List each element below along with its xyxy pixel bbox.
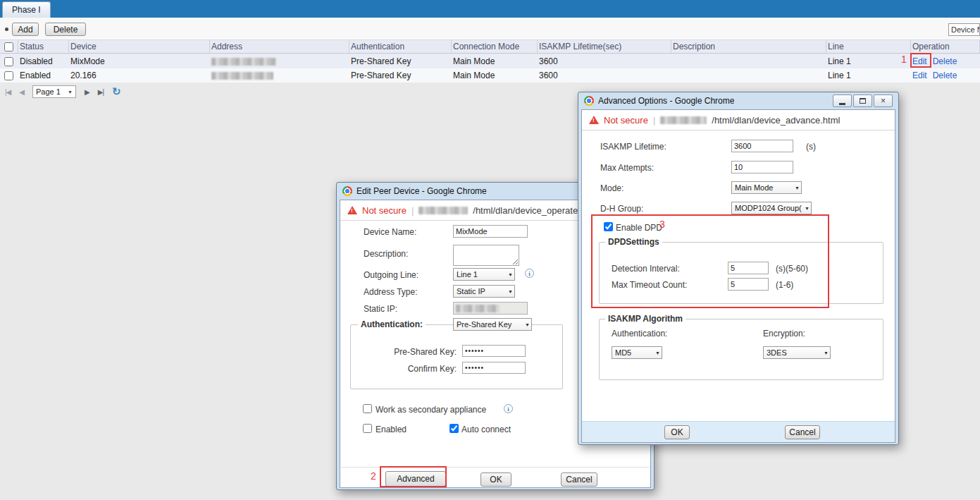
ok-button[interactable]: OK: [480, 472, 511, 487]
chrome-icon: [584, 96, 594, 106]
first-page-icon[interactable]: |◀: [5, 88, 11, 96]
row-description: [671, 68, 826, 83]
row-connection-mode: Main Mode: [452, 68, 538, 83]
dh-group-value: MODP1024 Group(: [735, 204, 802, 212]
advanced-footer: OK Cancel: [582, 421, 895, 442]
device-name-filter-box[interactable]: Device N: [948, 23, 980, 36]
delete-button[interactable]: Delete: [45, 23, 86, 36]
minimize-button[interactable]: [833, 94, 852, 107]
prev-page-icon[interactable]: ◀: [19, 88, 24, 96]
enabled-checkbox[interactable]: [363, 424, 372, 433]
cancel-button[interactable]: Cancel: [785, 425, 820, 439]
advanced-form: ISAKMP Lifetime: (s) Max Attempts: Mode:…: [582, 130, 895, 442]
auth-algorithm-label: Authentication:: [612, 329, 667, 339]
row-checkbox[interactable]: [4, 57, 13, 66]
advanced-button[interactable]: Advanced: [385, 471, 446, 487]
close-button[interactable]: ×: [874, 94, 893, 107]
footer-divider: [341, 467, 650, 468]
row-address: [210, 68, 349, 83]
authentication-group-label: Authentication:: [358, 319, 426, 329]
col-authentication: Authentication: [349, 40, 452, 53]
address-type-select[interactable]: Static IP: [453, 285, 515, 298]
maximize-button[interactable]: [853, 94, 872, 107]
edit-link[interactable]: Edit: [912, 56, 927, 66]
row-isakmp-lifetime: 3600: [538, 68, 671, 83]
table-row: Enabled 20.166 Pre-Shared Key Main Mode …: [0, 68, 980, 83]
col-isakmp-lifetime: ISAKMP Lifetime(sec): [538, 40, 671, 53]
not-secure-warning-icon: [347, 206, 357, 214]
encryption-select[interactable]: 3DES: [763, 346, 831, 359]
auto-connect-checkbox[interactable]: [449, 424, 459, 433]
chrome-icon: [342, 186, 352, 196]
tab-phase1[interactable]: Phase I: [2, 1, 51, 18]
redacted-address: [211, 58, 276, 66]
info-icon[interactable]: i: [525, 269, 534, 278]
confirm-key-label: Confirm Key:: [371, 364, 457, 374]
isakmp-lifetime-unit: (s): [806, 142, 816, 152]
row-status: Enabled: [18, 68, 69, 83]
cancel-button[interactable]: Cancel: [561, 472, 597, 487]
auth-algorithm-select[interactable]: MD5: [612, 346, 662, 359]
address-separator: |: [411, 205, 414, 216]
mode-select[interactable]: Main Mode: [731, 181, 802, 194]
device-name-label: Device Name:: [364, 227, 416, 237]
max-attempts-input[interactable]: [731, 161, 793, 173]
row-connection-mode: Main Mode: [452, 54, 538, 68]
col-connection-mode: Connection Mode: [452, 40, 538, 53]
last-page-icon[interactable]: ▶|: [98, 88, 104, 96]
pre-shared-key-input[interactable]: [462, 345, 526, 357]
edit-link[interactable]: Edit: [912, 71, 927, 80]
max-timeout-unit: (1-6): [776, 280, 793, 290]
pagination-bar: |◀ ◀ Page 1 ▼ ▶ ▶| ↻: [5, 85, 121, 99]
advanced-address-bar[interactable]: Not secure | /html/dlan/device_advance.h…: [582, 110, 895, 130]
outgoing-line-label: Outgoing Line:: [364, 270, 418, 280]
not-secure-label: Not secure: [604, 115, 648, 126]
static-ip-label: Static IP:: [364, 304, 397, 314]
dh-group-select[interactable]: MODP1024 Group(: [731, 202, 812, 214]
outgoing-line-select[interactable]: Line 1: [453, 268, 515, 281]
max-timeout-input[interactable]: [728, 278, 769, 291]
encryption-value: 3DES: [767, 348, 787, 357]
confirm-key-input[interactable]: [462, 362, 526, 374]
table-header: Status Device Address Authentication Con…: [0, 39, 980, 54]
device-name-input[interactable]: [453, 225, 528, 238]
edit-window-title: Edit Peer Device - Google Chrome: [356, 186, 487, 196]
row-checkbox[interactable]: [4, 71, 13, 80]
detection-interval-label: Detection Interval:: [612, 264, 680, 274]
isakmp-lifetime-input[interactable]: [731, 140, 793, 152]
pre-shared-key-label: Pre-Shared Key:: [371, 347, 457, 357]
url-path: /html/dlan/device_operate.ht: [473, 205, 588, 216]
encryption-label: Encryption:: [763, 329, 805, 339]
isakmp-lifetime-label: ISAKMP Lifetime:: [600, 142, 666, 152]
redacted-host: [660, 116, 707, 124]
description-textarea[interactable]: [453, 245, 519, 266]
advanced-window-titlebar[interactable]: Advanced Options - Google Chrome ×: [581, 92, 895, 109]
max-timeout-label: Max Timeout Count:: [612, 280, 687, 290]
authentication-select[interactable]: Pre-Shared Key: [453, 318, 532, 331]
select-all-checkbox[interactable]: [4, 42, 13, 51]
chevron-down-icon: ▼: [68, 90, 73, 94]
enable-dpd-checkbox[interactable]: [604, 222, 613, 231]
col-description: Description: [671, 40, 826, 53]
add-button[interactable]: Add: [12, 23, 39, 36]
address-type-value: Static IP: [457, 287, 485, 295]
page-select[interactable]: Page 1 ▼: [32, 85, 76, 98]
redacted-host: [418, 207, 468, 214]
refresh-icon[interactable]: ↻: [112, 85, 121, 98]
redacted-ip: [456, 305, 500, 312]
row-description: [671, 54, 826, 68]
isakmp-algorithm-legend: ISAKMP Algorithm: [605, 314, 686, 324]
step-1-annotation: 1: [901, 54, 907, 65]
list-bullet-icon: [5, 28, 8, 31]
next-page-icon[interactable]: ▶: [85, 88, 89, 96]
info-icon[interactable]: i: [504, 404, 513, 413]
secondary-appliance-checkbox[interactable]: [363, 404, 372, 413]
delete-link[interactable]: Delete: [933, 56, 957, 66]
table-row: Disabled MixMode Pre-Shared Key Main Mod…: [0, 54, 980, 68]
ok-button[interactable]: OK: [664, 425, 690, 439]
secondary-appliance-label: Work as secondary appliance: [376, 405, 486, 415]
delete-link[interactable]: Delete: [933, 71, 957, 80]
description-label: Description:: [364, 249, 408, 259]
detection-interval-input[interactable]: [728, 262, 769, 274]
enabled-label: Enabled: [376, 425, 407, 434]
